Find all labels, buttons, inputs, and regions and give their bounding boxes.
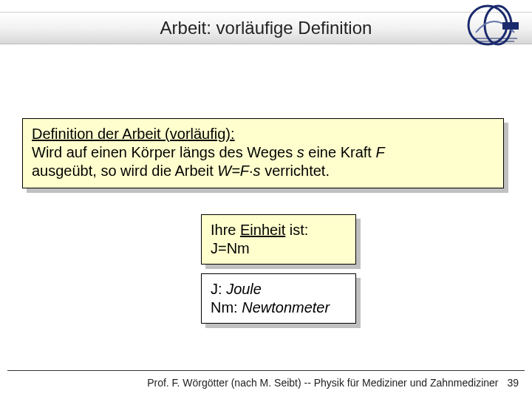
definition-text: Wird auf einen Körper längs des Weges	[32, 144, 297, 160]
legend-j-name: Joule	[226, 281, 262, 297]
unit-box: Ihre Einheit ist: J=Nm	[201, 214, 356, 265]
legend-nm-label: Nm:	[211, 299, 242, 316]
definition-heading: Definition der Arbeit (vorläufig):	[32, 126, 235, 142]
unit-content: Ihre Einheit ist: J=Nm	[201, 214, 356, 265]
definition-text: verrichtet.	[261, 163, 330, 179]
definition-text: eine Kraft	[304, 144, 376, 160]
slide-title: Arbeit: vorläufige Definition	[160, 18, 372, 38]
unit-label-underline: Einheit	[240, 222, 285, 238]
variable-F: F	[375, 144, 384, 160]
title-bar: Arbeit: vorläufige Definition	[0, 12, 532, 44]
unit-value: J=Nm	[211, 240, 250, 256]
legend-nm-name: Newtonmeter	[242, 299, 330, 316]
legend-j-label: J:	[211, 281, 226, 297]
svg-rect-2	[502, 22, 519, 30]
variable-s: s	[297, 144, 304, 160]
equation: W=F·s	[217, 163, 260, 179]
legend-content: J: Joule Nm: Newtonmeter	[201, 273, 356, 324]
unit-label: Ihre	[211, 222, 240, 238]
unit-label: ist:	[285, 222, 308, 238]
footer: Prof. F. Wörgötter (nach M. Seibt) -- Ph…	[0, 377, 519, 389]
definition-box: Definition der Arbeit (vorläufig): Wird …	[22, 118, 504, 188]
definition-content: Definition der Arbeit (vorläufig): Wird …	[22, 118, 504, 188]
footer-text: Prof. F. Wörgötter (nach M. Seibt) -- Ph…	[147, 377, 498, 389]
footer-divider	[7, 370, 525, 371]
page-number: 39	[507, 377, 519, 389]
logo-icon	[466, 3, 522, 49]
legend-box: J: Joule Nm: Newtonmeter	[201, 273, 356, 324]
definition-text: ausgeübt, so wird die Arbeit	[32, 163, 217, 179]
